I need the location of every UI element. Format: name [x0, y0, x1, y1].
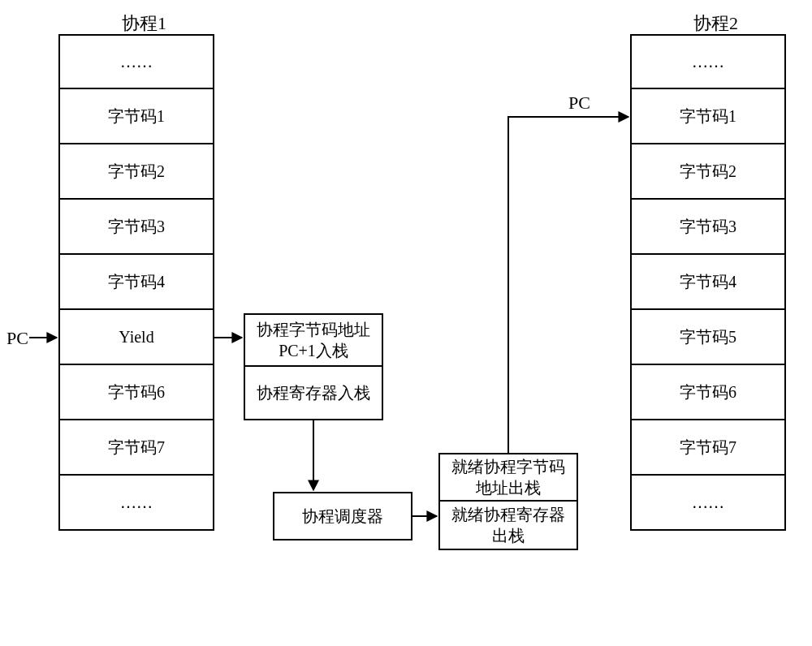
coroutine2-column: …… 字节码1 字节码2 字节码3 字节码4 字节码5 字节码6 字节码7 …… [630, 34, 786, 531]
push-stack: 协程字节码地址 PC+1入栈 协程寄存器入栈 [244, 313, 383, 420]
coroutine2-title: 协程2 [693, 11, 738, 36]
pop-reg: 就绪协程寄存器 出栈 [438, 502, 578, 550]
c1-cell-7: 字节码7 [58, 420, 214, 476]
coroutine1-title: 协程1 [122, 11, 166, 36]
c1-cell-6: 字节码6 [58, 365, 214, 420]
push-reg: 协程寄存器入栈 [244, 367, 383, 420]
pop-addr: 就绪协程字节码 地址出栈 [438, 453, 578, 502]
c1-cell-0: …… [58, 34, 214, 89]
c2-cell-4: 字节码4 [630, 255, 786, 310]
push-pc: 协程字节码地址 PC+1入栈 [244, 313, 383, 367]
c1-cell-3: 字节码3 [58, 200, 214, 255]
c1-cell-8: …… [58, 476, 214, 531]
c1-cell-2: 字节码2 [58, 144, 214, 200]
pc-right-label: PC [568, 93, 590, 114]
c2-cell-0: …… [630, 34, 786, 89]
c1-cell-yield: Yield [58, 310, 214, 365]
c2-cell-8: …… [630, 476, 786, 531]
scheduler-box: 协程调度器 [273, 492, 412, 540]
c2-cell-5: 字节码5 [630, 310, 786, 365]
pc-left-label: PC [6, 328, 28, 349]
c1-cell-1: 字节码1 [58, 89, 214, 144]
c2-cell-2: 字节码2 [630, 144, 786, 200]
pop-stack: 就绪协程字节码 地址出栈 就绪协程寄存器 出栈 [438, 453, 578, 550]
c2-cell-6: 字节码6 [630, 365, 786, 420]
c2-cell-3: 字节码3 [630, 200, 786, 255]
arrow-pop-to-c2 [508, 117, 628, 453]
c2-cell-1: 字节码1 [630, 89, 786, 144]
c1-cell-4: 字节码4 [58, 255, 214, 310]
c2-cell-7: 字节码7 [630, 420, 786, 476]
coroutine1-column: …… 字节码1 字节码2 字节码3 字节码4 Yield 字节码6 字节码7 …… [58, 34, 214, 531]
